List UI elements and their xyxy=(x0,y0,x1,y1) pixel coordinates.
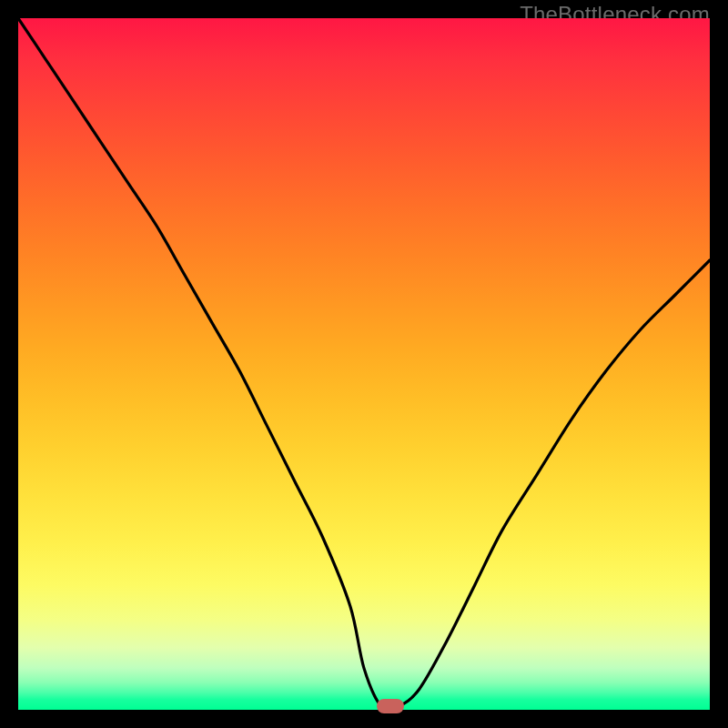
plot-area xyxy=(18,18,710,710)
optimum-marker xyxy=(377,699,404,713)
curve-path xyxy=(18,18,710,710)
bottleneck-curve xyxy=(18,18,710,710)
chart-frame: TheBottleneck.com xyxy=(0,0,728,728)
